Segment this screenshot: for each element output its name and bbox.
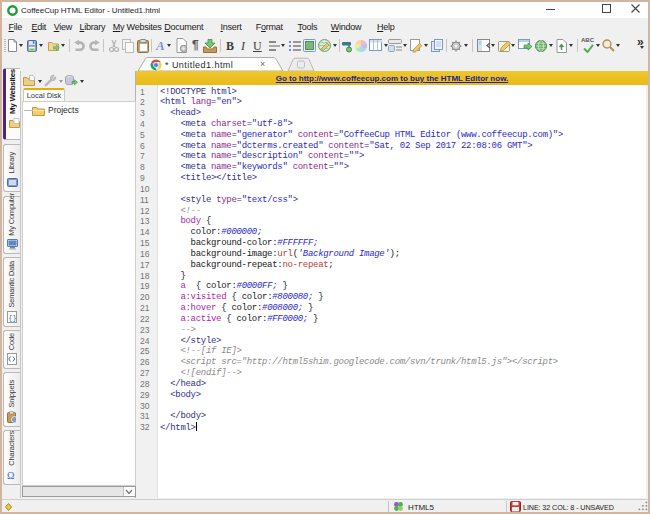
- svg-text:{}: {}: [8, 314, 16, 322]
- svg-text:Ω: Ω: [7, 470, 14, 481]
